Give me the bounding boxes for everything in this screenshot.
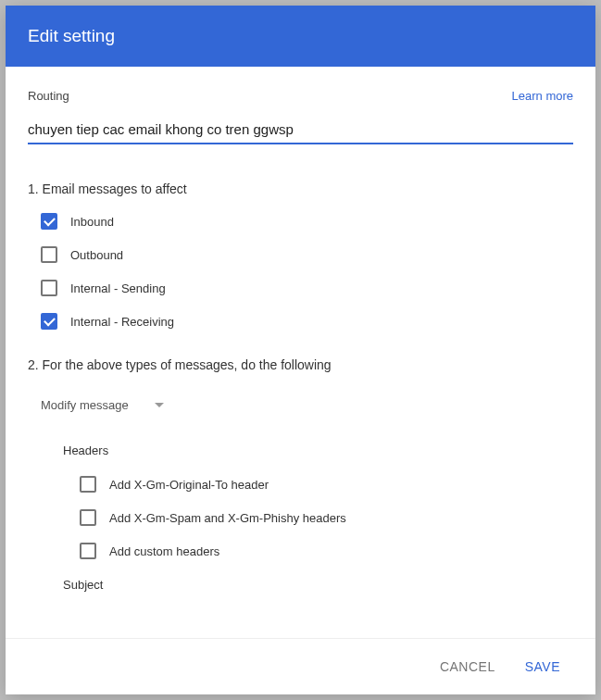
learn-more-link[interactable]: Learn more (512, 89, 573, 103)
checkbox-icon (80, 509, 96, 526)
checkbox-inbound[interactable]: Inbound (28, 213, 573, 230)
checkbox-icon (41, 313, 57, 330)
checkbox-icon (41, 280, 57, 296)
cancel-button[interactable]: Cancel (425, 652, 510, 681)
checkbox-label: Inbound (70, 215, 114, 229)
checkbox-icon (80, 476, 96, 493)
checkbox-icon (41, 246, 57, 263)
chevron-down-icon (155, 403, 164, 407)
checkbox-label: Internal - Receiving (70, 315, 174, 329)
checkbox-label: Internal - Sending (70, 281, 166, 295)
dialog-footer: Cancel Save (6, 638, 595, 694)
dropdown-selected: Modify message (41, 398, 129, 412)
checkbox-label: Add X-Gm-Original-To header (109, 478, 269, 492)
dialog-header: Edit setting (6, 6, 595, 67)
section2-title: 2. For the above types of messages, do t… (28, 357, 573, 372)
routing-label: Routing (28, 89, 69, 103)
checkbox-custom-headers[interactable]: Add custom headers (63, 543, 573, 559)
dialog-title: Edit setting (28, 26, 115, 45)
checkbox-outbound[interactable]: Outbound (28, 246, 573, 263)
checkbox-label: Outbound (70, 248, 123, 262)
checkbox-internal-receiving[interactable]: Internal - Receiving (28, 313, 573, 330)
checkbox-internal-sending[interactable]: Internal - Sending (28, 280, 573, 296)
headers-title: Headers (63, 444, 573, 457)
checkbox-x-gm-original-to[interactable]: Add X-Gm-Original-To header (63, 476, 573, 493)
subject-title: Subject (63, 578, 573, 592)
checkbox-label: Add X-Gm-Spam and X-Gm-Phishy headers (109, 511, 346, 525)
checkbox-x-gm-spam-phishy[interactable]: Add X-Gm-Spam and X-Gm-Phishy headers (63, 509, 573, 526)
edit-setting-dialog: Edit setting Routing Learn more 1. Email… (6, 6, 595, 694)
section1-title: 1. Email messages to affect (28, 181, 573, 196)
checkbox-icon (41, 213, 57, 230)
action-dropdown[interactable]: Modify message (28, 389, 164, 421)
checkbox-label: Add custom headers (109, 544, 219, 558)
description-input[interactable] (28, 116, 573, 144)
dialog-content[interactable]: Routing Learn more 1. Email messages to … (6, 67, 595, 638)
checkbox-icon (80, 543, 96, 559)
save-button[interactable]: Save (510, 652, 575, 681)
